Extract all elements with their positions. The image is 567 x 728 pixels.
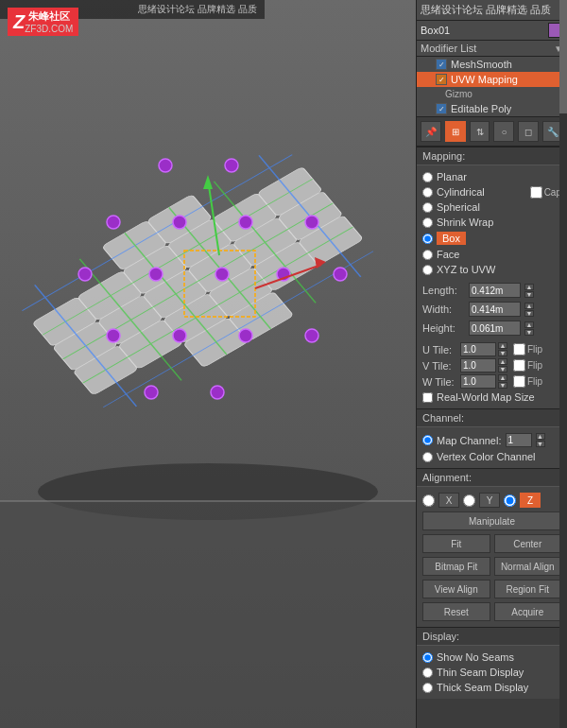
modifier-epoly[interactable]: ✓ Editable Poly xyxy=(417,101,567,116)
display-section-header[interactable]: Display: xyxy=(417,627,567,646)
center-btn[interactable]: Center xyxy=(494,534,562,553)
radio-spherical-input[interactable] xyxy=(422,202,433,213)
tab-icon-modifier[interactable]: ⊞ xyxy=(445,121,466,142)
radio-face[interactable]: Face xyxy=(422,247,561,262)
map-channel-radio[interactable] xyxy=(422,435,433,445)
align-y-btn[interactable]: Y xyxy=(479,493,500,508)
radio-shrinkwrap-label: Shrink Wrap xyxy=(437,217,493,228)
wtile-flip-check[interactable] xyxy=(513,375,525,388)
height-spinner[interactable]: ▲ ▼ xyxy=(524,321,534,336)
tab-icon-pin[interactable]: 📌 xyxy=(421,121,441,142)
cylindrical-row[interactable]: Cylindrical Cap xyxy=(422,184,561,199)
logo-line1: 朱峰社区 xyxy=(28,10,70,22)
alignment-section-header[interactable]: Alignment: xyxy=(417,468,567,487)
fit-btn[interactable]: Fit xyxy=(422,534,490,553)
modifier-gizmo[interactable]: Gizmo xyxy=(417,87,567,101)
radio-box[interactable]: Box xyxy=(422,230,561,247)
vtile-up[interactable]: ▲ xyxy=(498,358,507,365)
vertex-color-row[interactable]: Vertex Color Channel xyxy=(422,449,561,464)
height-up[interactable]: ▲ xyxy=(524,321,534,328)
realworld-check[interactable] xyxy=(422,392,433,403)
length-up[interactable]: ▲ xyxy=(524,284,534,290)
height-down[interactable]: ▼ xyxy=(524,329,534,336)
utile-down[interactable]: ▼ xyxy=(498,350,507,356)
thick-seam-radio[interactable] xyxy=(422,683,433,693)
viewport[interactable]: Z 朱峰社区 ZF3D.COM 思绪设计论坛 品牌精选 品质 xyxy=(0,0,416,728)
radio-shrinkwrap-input[interactable] xyxy=(422,217,433,228)
length-spinner[interactable]: ▲ ▼ xyxy=(524,284,534,298)
width-down[interactable]: ▼ xyxy=(524,310,534,317)
height-label: Height: xyxy=(422,322,465,334)
modifier-icon-uvw: ✓ xyxy=(436,74,447,85)
channel-down[interactable]: ▼ xyxy=(536,441,545,447)
radio-spherical[interactable]: Spherical xyxy=(422,199,561,215)
wtile-up[interactable]: ▲ xyxy=(498,374,507,381)
radio-cylindrical-input[interactable] xyxy=(422,187,433,198)
align-y-radio[interactable] xyxy=(463,494,475,507)
radio-face-input[interactable] xyxy=(422,250,433,260)
radio-box-input[interactable] xyxy=(422,234,433,244)
scrollbar-thumb[interactable] xyxy=(559,0,567,113)
radio-xyz-input[interactable] xyxy=(422,265,433,275)
utile-up[interactable]: ▲ xyxy=(498,342,507,349)
show-no-seams-radio[interactable] xyxy=(422,652,433,663)
mapping-section-header[interactable]: Mapping: xyxy=(417,147,567,165)
align-z-btn[interactable]: Z xyxy=(520,493,541,508)
align-x-btn[interactable]: X xyxy=(438,493,459,508)
tab-icon-hierarchy[interactable]: ⇅ xyxy=(470,121,490,142)
reset-btn[interactable]: Reset xyxy=(422,602,490,621)
map-channel-input[interactable] xyxy=(506,433,532,447)
manipulate-btn[interactable]: Manipulate xyxy=(422,511,561,530)
view-align-btn[interactable]: View Align xyxy=(422,580,490,598)
modifier-uvw[interactable]: ✓ UVW Mapping xyxy=(417,72,567,87)
thick-seam-row[interactable]: Thick Seam Display xyxy=(422,680,561,695)
bitmap-fit-btn[interactable]: Bitmap Fit xyxy=(422,557,490,576)
length-input[interactable]: 0.412m xyxy=(469,283,521,298)
width-spinner[interactable]: ▲ ▼ xyxy=(524,303,534,317)
normal-align-btn[interactable]: Normal Align xyxy=(494,557,562,576)
map-channel-row[interactable]: Map Channel: ▲ ▼ xyxy=(422,431,561,449)
vtile-down[interactable]: ▼ xyxy=(498,366,507,373)
wtile-flip[interactable]: Flip xyxy=(513,375,542,388)
length-down[interactable]: ▼ xyxy=(524,291,534,298)
utile-flip-check[interactable] xyxy=(513,343,525,355)
tab-icon-motion[interactable]: ○ xyxy=(493,121,514,142)
wtile-spinner[interactable]: ▲ ▼ xyxy=(498,374,507,389)
width-input[interactable]: 0.414m xyxy=(469,302,521,317)
width-up[interactable]: ▲ xyxy=(524,303,534,309)
modifier-list-bar[interactable]: Modifier List ▼ xyxy=(417,41,567,57)
realworld-label: Real-World Map Size xyxy=(437,391,535,403)
channel-up[interactable]: ▲ xyxy=(536,433,545,440)
object-name: Box01 xyxy=(421,25,450,36)
tab-icon-display[interactable]: ◻ xyxy=(518,121,539,142)
height-input[interactable]: 0.061m xyxy=(469,321,521,336)
utile-flip[interactable]: Flip xyxy=(513,343,542,355)
align-x-radio[interactable] xyxy=(422,494,435,507)
svg-point-48 xyxy=(239,329,252,342)
vtile-flip[interactable]: Flip xyxy=(513,359,542,372)
channel-section-header[interactable]: Channel: xyxy=(417,408,567,427)
realworld-row[interactable]: Real-World Map Size xyxy=(422,390,561,405)
wtile-input[interactable] xyxy=(460,374,496,389)
radio-xyz[interactable]: XYZ to UVW xyxy=(422,262,561,277)
radio-planar-input[interactable] xyxy=(422,172,433,182)
radio-planar[interactable]: Planar xyxy=(422,169,561,184)
utile-input[interactable] xyxy=(460,342,496,356)
thin-seam-radio[interactable] xyxy=(422,667,433,678)
vtile-input[interactable] xyxy=(460,358,496,373)
thin-seam-row[interactable]: Thin Seam Display xyxy=(422,665,561,680)
show-no-seams-row[interactable]: Show No Seams xyxy=(422,650,561,665)
modifier-meshsmooth[interactable]: ✓ MeshSmooth xyxy=(417,57,567,72)
acquire-btn[interactable]: Acquire xyxy=(494,602,562,621)
panel-scrollbar[interactable] xyxy=(559,0,567,728)
radio-shrinkwrap[interactable]: Shrink Wrap xyxy=(422,215,561,230)
vertex-color-radio[interactable] xyxy=(422,452,433,462)
channel-spinner[interactable]: ▲ ▼ xyxy=(536,433,545,447)
wtile-down[interactable]: ▼ xyxy=(498,382,507,389)
utile-spinner[interactable]: ▲ ▼ xyxy=(498,342,507,356)
align-z-radio[interactable] xyxy=(504,494,516,507)
region-fit-btn[interactable]: Region Fit xyxy=(494,580,562,598)
vtile-spinner[interactable]: ▲ ▼ xyxy=(498,358,507,373)
vtile-flip-check[interactable] xyxy=(513,359,525,372)
cap-checkbox[interactable] xyxy=(530,186,542,199)
